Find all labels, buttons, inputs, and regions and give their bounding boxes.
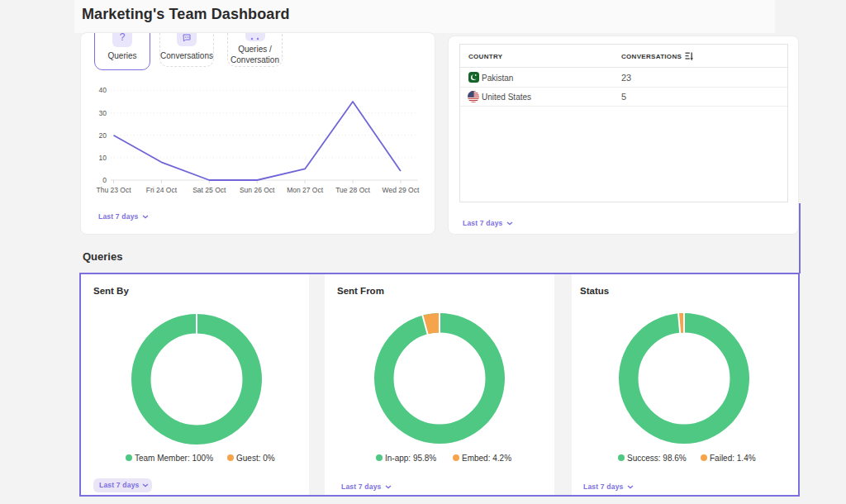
svg-text:40: 40: [99, 86, 107, 94]
svg-text:Fri 24 Oct: Fri 24 Oct: [146, 186, 178, 194]
svg-text:Thu 23 Oct: Thu 23 Oct: [96, 186, 131, 194]
svg-text:Tue 28 Oct: Tue 28 Oct: [335, 186, 370, 194]
svg-text:Sat 25 Oct: Sat 25 Oct: [192, 186, 226, 194]
svg-text:10: 10: [99, 154, 107, 162]
svg-text:20: 20: [99, 131, 107, 140]
svg-text:Wed 29 Oct: Wed 29 Oct: [383, 186, 420, 194]
svg-text:Mon 27 Oct: Mon 27 Oct: [287, 186, 324, 194]
svg-text:30: 30: [99, 109, 107, 117]
svg-text:0: 0: [102, 176, 107, 184]
svg-text:Sun 26 Oct: Sun 26 Oct: [240, 186, 275, 194]
